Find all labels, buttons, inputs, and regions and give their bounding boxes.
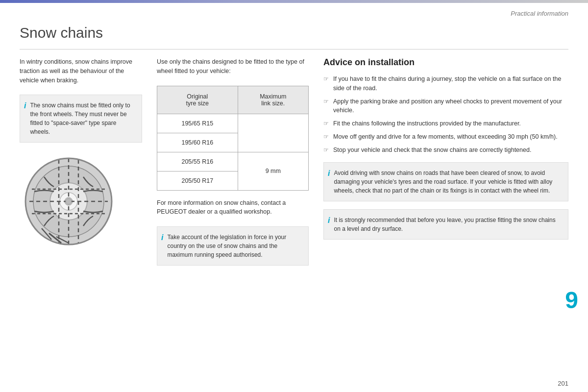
advice-item: Move off gently and drive for a few mome…: [323, 132, 568, 142]
top-accent-bar: [0, 0, 588, 3]
info-icon-left: i: [24, 101, 26, 110]
info-text-mid: Take account of the legislation in force…: [167, 233, 302, 259]
info-box-left: i The snow chains must be fitted only to…: [20, 95, 142, 143]
page-number: 201: [558, 380, 568, 387]
header-title: Practical information: [511, 10, 568, 17]
advice-title: Advice on installation: [323, 57, 568, 68]
use-only-text: Use only the chains designed to be fitte…: [157, 57, 309, 76]
tyre-size-cell: 205/50 R17: [157, 171, 238, 190]
svg-point-6: [66, 198, 72, 204]
left-column: In wintry conditions, snow chains improv…: [20, 57, 142, 372]
right-column: Advice on installation If you have to fi…: [323, 57, 568, 372]
info-icon-mid: i: [161, 233, 163, 242]
advice-item: Fit the chains following the instruction…: [323, 119, 568, 128]
advice-item: Apply the parking brake and position any…: [323, 97, 568, 116]
more-info-text: For more information on snow chains, con…: [157, 198, 309, 217]
info-box-mid: i Take account of the legislation in for…: [157, 226, 309, 266]
chapter-number: 9: [565, 287, 578, 314]
tyre-size-cell: 195/65 R15: [157, 114, 238, 133]
link-size-cell: 9 mm: [238, 152, 308, 190]
columns-container: In wintry conditions, snow chains improv…: [20, 57, 568, 372]
title-divider: [20, 49, 568, 49]
col2-header: Maximumlink size.: [238, 86, 308, 114]
intro-text: In wintry conditions, snow chains improv…: [20, 57, 142, 85]
info-text-right1: Avoid driving with snow chains on roads …: [334, 169, 562, 195]
info-text-left: The snow chains must be fitted only to t…: [30, 101, 136, 136]
main-content: Snow chains In wintry conditions, snow c…: [20, 24, 568, 372]
tyre-size-cell: 195/60 R16: [157, 133, 238, 152]
info-box-right2: i It is strongly recommended that before…: [323, 209, 568, 240]
page-title: Snow chains: [20, 24, 568, 41]
info-icon-right1: i: [328, 169, 330, 178]
tyre-size-cell: 205/55 R16: [157, 152, 238, 171]
wheel-image: [20, 152, 118, 250]
advice-item: If you have to fit the chains during a j…: [323, 74, 568, 93]
tyre-table: Originaltyre size Maximumlink size. 195/…: [157, 86, 309, 191]
header-section: Practical information: [511, 3, 568, 17]
mid-column: Use only the chains designed to be fitte…: [157, 57, 309, 372]
col1-header: Originaltyre size: [157, 86, 238, 114]
info-icon-right2: i: [328, 216, 330, 225]
advice-item: Stop your vehicle and check that the sno…: [323, 146, 568, 155]
advice-list: If you have to fit the chains during a j…: [323, 74, 568, 154]
info-text-right2: It is strongly recommended that before y…: [334, 216, 562, 233]
info-box-right1: i Avoid driving with snow chains on road…: [323, 162, 568, 201]
